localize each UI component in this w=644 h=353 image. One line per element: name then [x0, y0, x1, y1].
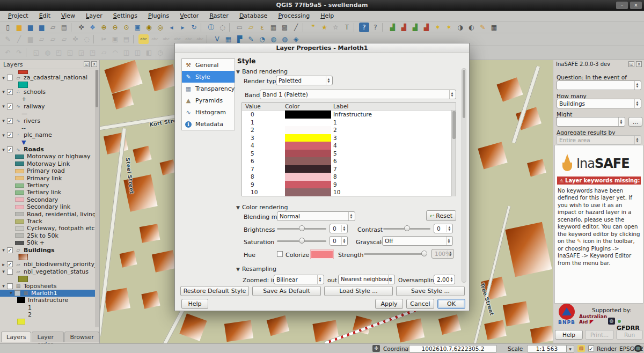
menu-project[interactable]: Project [3, 11, 33, 20]
toolbar-icon-zoom-last[interactable]: ◂ [166, 23, 177, 32]
toolbar-icon-map-tips[interactable]: ❞ [308, 23, 318, 32]
toolbar-icon-refresh[interactable]: ↻ [189, 23, 199, 32]
hue-color-swatch[interactable] [310, 249, 334, 259]
palette-table[interactable]: Value Color Label 0Infrastructure1122334… [241, 102, 456, 196]
toolbar-icon-pan-map[interactable]: ✜ [76, 23, 86, 32]
layer-item-roads[interactable]: ▾✓∿Roads [0, 146, 96, 153]
toolbar-icon-split-parts[interactable]: ◫ [133, 48, 143, 57]
layer-visibility-checkbox[interactable]: ✓ [7, 104, 13, 109]
toolbar-icon-save-project[interactable]: ▆ [25, 23, 35, 32]
stop-render-icon[interactable]: ▨ [577, 345, 585, 352]
dialog-tab-metadata[interactable]: iMetadata [182, 118, 235, 130]
zoomed-in-select[interactable]: Bilinear▲▼ [274, 275, 324, 284]
toolbar-icon-add-part[interactable]: ◰ [54, 48, 64, 57]
crs-globe-icon[interactable]: ◍ [634, 345, 642, 352]
toolbar-icon-save-edits[interactable]: ▆ [25, 34, 35, 44]
palette-color-swatch[interactable] [285, 119, 331, 127]
toolbar-icon-new-bookmark[interactable]: ★ [319, 23, 330, 32]
palette-row[interactable]: 11 [242, 119, 456, 127]
palette-color-swatch[interactable] [285, 126, 331, 134]
resampling-section[interactable]: ▼Resampling [236, 266, 276, 273]
layer-visibility-checkbox[interactable]: ✓ [7, 132, 13, 138]
dialog-tab-transparency[interactable]: ▦Transparency [182, 83, 235, 94]
render-checkbox[interactable]: ✓ [588, 345, 594, 351]
toolbar-icon-zoom-to-layer[interactable]: ◎ [155, 23, 165, 32]
expander-icon[interactable]: ▾ [0, 247, 7, 253]
oversampling-spinbox[interactable]: 2,00▲▼ [434, 275, 455, 284]
blending-mode-select[interactable]: Normal▲▼ [277, 211, 355, 221]
load-style-button[interactable]: Load Style ... [324, 286, 393, 296]
toolbar-icon-undo[interactable]: ↶ [3, 48, 13, 57]
grayscale-select[interactable]: Off▲▼ [382, 236, 453, 246]
toolbar-icon-offset-curve[interactable]: ◠ [110, 48, 120, 57]
toolbar-icon-current-edits[interactable]: ✎ [3, 34, 13, 44]
layer-visibility-checkbox[interactable]: ✓ [7, 146, 13, 152]
toolbar-icon-lower-layer[interactable]: ✶ [444, 23, 454, 32]
menu-view[interactable]: View [56, 11, 80, 20]
toolbar-icon-delete-part[interactable]: ◳ [87, 48, 98, 57]
toolbar-icon-zoom-native[interactable]: ⊙ [121, 23, 131, 32]
expander-icon[interactable]: ▾ [0, 147, 7, 152]
exposure-select[interactable]: Buildings▲▼ [557, 99, 641, 108]
palette-table-scrollbar[interactable] [451, 111, 456, 196]
strength-slider[interactable] [364, 250, 427, 258]
toolbar-icon-zoom-full[interactable]: ▣ [133, 23, 143, 32]
toolbar-icon-open-project[interactable]: ▆ [14, 23, 24, 32]
band-rendering-section[interactable]: ▼Band rendering [236, 68, 288, 75]
menu-raster[interactable]: Raster [204, 11, 233, 20]
toolbar-icon-whats-this[interactable]: ? [370, 23, 380, 32]
toolbar-icon-measure[interactable]: ╱ [291, 23, 301, 32]
dialog-tab-style[interactable]: ✎Style [182, 71, 235, 83]
brightness-spinbox[interactable]: 0▲▼ [330, 224, 348, 233]
toolbar-icon-capture-polygon[interactable]: ▱ [36, 34, 47, 44]
layer-visibility-checkbox[interactable] [14, 290, 20, 296]
toolbar-icon-toggle-editing[interactable]: ╱ [14, 34, 24, 44]
toolbar-icon-paste-features[interactable]: ▤ [121, 34, 131, 44]
toolbar-icon-move-feature[interactable]: ✜ [70, 34, 80, 44]
minimize-button[interactable]: – [616, 2, 628, 9]
toolbar-icon-redo[interactable]: ↷ [14, 48, 24, 57]
layer-visibility-checkbox[interactable] [7, 283, 13, 289]
menu-layer[interactable]: Layer [81, 11, 107, 20]
palette-color-swatch[interactable] [285, 165, 331, 173]
palette-row[interactable]: 22 [242, 126, 456, 134]
menu-settings[interactable]: Settings [108, 11, 142, 20]
cancel-button[interactable]: Cancel [406, 299, 434, 309]
toolbar-icon-cut-features[interactable]: ✂ [99, 34, 109, 44]
toolbar-icon-inasafe-dock[interactable]: ▟ [387, 23, 398, 32]
menu-edit[interactable]: Edit [34, 11, 55, 20]
palette-row[interactable]: 33 [242, 134, 456, 142]
scale-input[interactable]: 1:1 563 [527, 345, 567, 352]
coordinate-capture-icon[interactable]: ✜ [372, 345, 380, 352]
panel-float-icon[interactable]: ◱ [628, 61, 634, 67]
toolbar-icon-label-pin[interactable]: abc [150, 34, 160, 44]
panel-tab-layer-order[interactable]: Layer order [32, 332, 64, 342]
palette-row[interactable]: 44 [242, 142, 456, 150]
layer-visibility-checkbox[interactable]: ✓ [7, 261, 13, 267]
palette-color-swatch[interactable] [285, 111, 331, 119]
toolbar-icon-composer-manager[interactable]: ▤ [59, 23, 69, 32]
saturation-spinbox[interactable]: 0▲▼ [330, 236, 348, 246]
toolbar-icon-identify[interactable]: ⓘ [206, 23, 216, 32]
layer-item-za-cadastral-national[interactable]: ▾▱za_cadastral_national [0, 74, 96, 81]
save-style-button[interactable]: Save Style ... [396, 286, 465, 296]
scale-dropdown-icon[interactable]: ▼ [567, 345, 574, 352]
toolbar-icon-inasafe-impact-functions[interactable]: ▟ [410, 23, 420, 32]
palette-color-swatch[interactable] [285, 173, 331, 181]
toolbar-icon-label-settings[interactable]: abc [138, 34, 149, 44]
toolbar-icon-zoom-out[interactable]: ⊖ [110, 23, 120, 32]
layer-visibility-checkbox[interactable]: ✓ [7, 89, 13, 95]
toolbar-icon-attribute-table[interactable]: ε [257, 23, 267, 32]
layer-item-nbi-biodiversity-priority-are-[interactable]: ▸✓▱nbi_biodiversity_priority_are... [0, 261, 96, 268]
toolbar-icon-text-annotation[interactable]: T [342, 23, 352, 32]
saturation-slider[interactable] [277, 237, 326, 245]
band-select[interactable]: Band 1 (Palette)▲▼ [260, 90, 456, 99]
toolbar-icon-touch-zoom[interactable]: ❖ [87, 23, 98, 32]
layer-item-rivers[interactable]: ▾✓∿rivers [0, 117, 96, 124]
toolbar-icon-help-contents[interactable]: ? [359, 23, 369, 32]
palette-row[interactable]: 66 [242, 157, 456, 165]
expander-icon[interactable]: ▾ [0, 118, 7, 123]
palette-color-swatch[interactable] [285, 157, 331, 165]
contrast-spinbox[interactable]: 0▲▼ [434, 224, 453, 233]
toolbar-icon-label-highlight[interactable]: abc [161, 34, 171, 44]
